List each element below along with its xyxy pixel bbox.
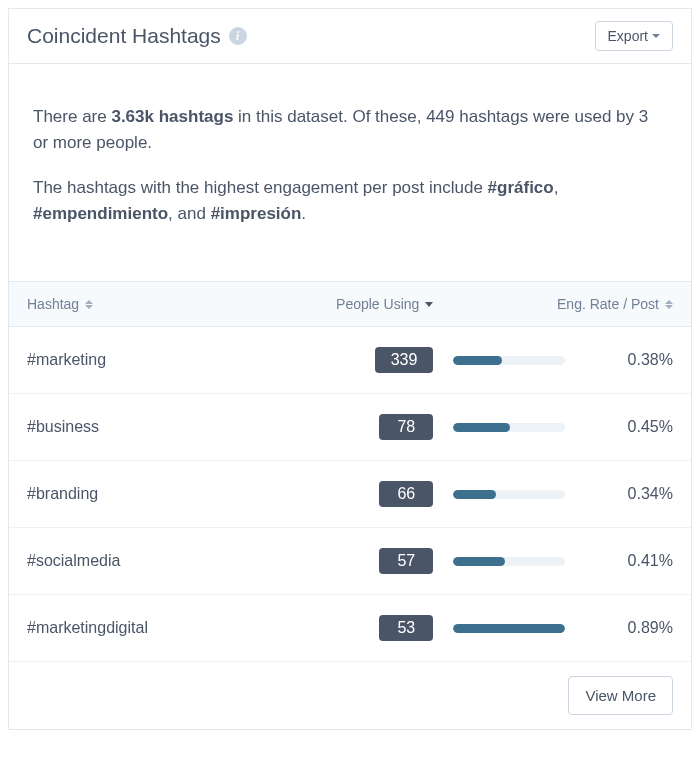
card-header: Coincident Hashtags i Export [9, 9, 691, 64]
row-hashtag: #branding [27, 485, 298, 503]
row-eng-rate: 0.34% [453, 485, 673, 503]
card-title: Coincident Hashtags i [27, 24, 247, 48]
table-row[interactable]: #marketing3390.38% [9, 327, 691, 394]
summary-line-2: The hashtags with the highest engagement… [33, 175, 667, 228]
eng-rate-value: 0.34% [617, 485, 673, 503]
row-people-using: 57 [298, 548, 453, 574]
row-eng-rate: 0.89% [453, 619, 673, 637]
eng-bar-fill [453, 356, 501, 365]
eng-bar-track [453, 490, 565, 499]
sort-down-icon [425, 302, 433, 307]
card-footer: View More [9, 662, 691, 729]
table-row[interactable]: #business780.45% [9, 394, 691, 461]
eng-bar-track [453, 356, 565, 365]
row-hashtag: #business [27, 418, 298, 436]
row-hashtag: #marketing [27, 351, 298, 369]
row-people-using: 339 [298, 347, 453, 373]
table-row[interactable]: #branding660.34% [9, 461, 691, 528]
eng-bar-fill [453, 557, 505, 566]
sort-icon [85, 300, 93, 309]
table-row[interactable]: #marketingdigital530.89% [9, 595, 691, 662]
eng-rate-value: 0.41% [617, 552, 673, 570]
eng-rate-value: 0.89% [617, 619, 673, 637]
table-header: Hashtag People Using Eng. Rate / Post [9, 281, 691, 327]
row-people-using: 66 [298, 481, 453, 507]
row-eng-rate: 0.41% [453, 552, 673, 570]
eng-bar-track [453, 557, 565, 566]
people-count-pill: 339 [375, 347, 434, 373]
row-eng-rate: 0.45% [453, 418, 673, 436]
col-header-people-using[interactable]: People Using [298, 296, 453, 312]
people-count-pill: 66 [379, 481, 433, 507]
eng-bar-fill [453, 423, 510, 432]
summary-text: There are 3.63k hashtags in this dataset… [9, 64, 691, 281]
eng-bar-fill [453, 490, 496, 499]
eng-bar-track [453, 423, 565, 432]
people-count-pill: 57 [379, 548, 433, 574]
row-hashtag: #socialmedia [27, 552, 298, 570]
eng-rate-value: 0.45% [617, 418, 673, 436]
view-more-button[interactable]: View More [568, 676, 673, 715]
table-body: #marketing3390.38%#business780.45%#brand… [9, 327, 691, 662]
summary-line-1: There are 3.63k hashtags in this dataset… [33, 104, 667, 157]
chevron-down-icon [652, 34, 660, 38]
people-count-pill: 78 [379, 414, 433, 440]
sort-icon [665, 300, 673, 309]
row-people-using: 78 [298, 414, 453, 440]
table-row[interactable]: #socialmedia570.41% [9, 528, 691, 595]
eng-bar-fill [453, 624, 565, 633]
eng-rate-value: 0.38% [617, 351, 673, 369]
col-header-hashtag[interactable]: Hashtag [27, 296, 298, 312]
col-header-eng-rate[interactable]: Eng. Rate / Post [453, 296, 673, 312]
row-eng-rate: 0.38% [453, 351, 673, 369]
export-button[interactable]: Export [595, 21, 673, 51]
row-hashtag: #marketingdigital [27, 619, 298, 637]
info-icon[interactable]: i [229, 27, 247, 45]
coincident-hashtags-card: Coincident Hashtags i Export There are 3… [8, 8, 692, 730]
people-count-pill: 53 [379, 615, 433, 641]
export-label: Export [608, 28, 648, 44]
card-title-text: Coincident Hashtags [27, 24, 221, 48]
eng-bar-track [453, 624, 565, 633]
row-people-using: 53 [298, 615, 453, 641]
